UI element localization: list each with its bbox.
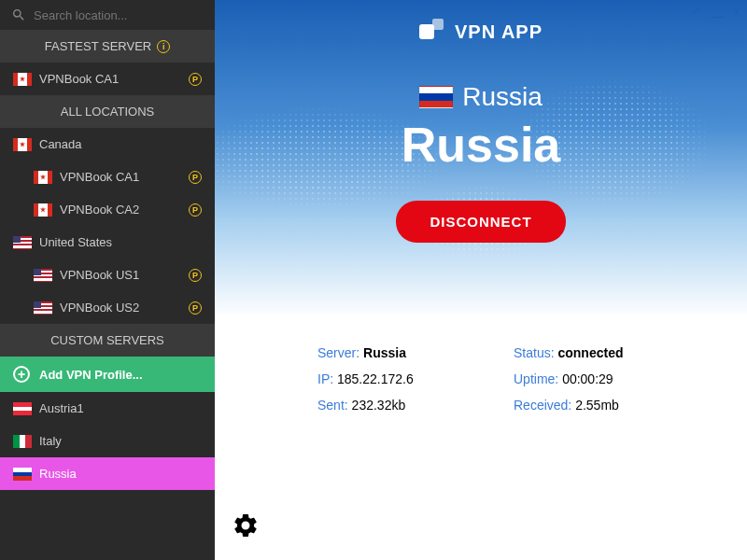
stat-server: Server: Russia (317, 345, 476, 360)
flag-ru-icon (13, 468, 32, 481)
window-controls: ⤢ __ x (691, 4, 740, 18)
settings-button[interactable] (232, 511, 260, 543)
p-badge-icon: P (189, 301, 202, 315)
server-label: Austria1 (39, 401, 84, 415)
location-us[interactable]: United States (0, 226, 215, 259)
stat-ip: IP: 185.22.172.6 (317, 371, 476, 386)
server-label: VPNBook CA1 (60, 170, 139, 184)
p-badge-icon: P (189, 269, 202, 282)
server-label: VPNBook CA2 (60, 203, 139, 217)
section-label: ALL LOCATIONS (61, 105, 154, 119)
sidebar: FASTEST SERVER i VPNBook CA1 P ALL LOCAT… (0, 0, 215, 560)
server-italy[interactable]: Italy (0, 425, 215, 457)
app-name: VPN APP (455, 21, 543, 43)
flag-it-icon (13, 435, 32, 448)
p-badge-icon: P (189, 203, 202, 217)
server-russia[interactable]: Russia (0, 457, 215, 490)
connected-country: Russia (462, 82, 543, 112)
server-ca1[interactable]: VPNBook CA1 P (0, 161, 215, 193)
location-label: Canada (39, 137, 82, 151)
stat-uptime: Uptime: 00:00:29 (514, 371, 672, 386)
flag-ru-icon (419, 86, 453, 108)
location-label: United States (39, 235, 112, 249)
app-window: FASTEST SERVER i VPNBook CA1 P ALL LOCAT… (0, 0, 747, 560)
server-austria[interactable]: Austria1 (0, 392, 215, 425)
stat-received: Received: 2.55mb (514, 398, 672, 413)
logo-icon (419, 19, 445, 45)
add-profile-button[interactable]: + Add VPN Profile... (0, 357, 215, 392)
flag-ca-icon (34, 203, 52, 217)
section-fastest: FASTEST SERVER i (0, 30, 215, 63)
server-label: Italy (39, 434, 62, 448)
server-label: VPNBook US2 (60, 301, 139, 315)
server-label: VPNBook CA1 (39, 72, 119, 86)
connected-country-big: Russia (402, 117, 561, 173)
search-input[interactable] (34, 8, 204, 22)
hero: VPN APP Russia Russia DISCONNECT (215, 0, 747, 317)
plus-icon: + (13, 366, 30, 383)
stats-panel: Server: Russia Status: connected IP: 185… (215, 317, 747, 413)
section-custom: CUSTOM SERVERS (0, 324, 215, 357)
info-icon[interactable]: i (157, 40, 170, 53)
flag-at-icon (13, 402, 32, 415)
flag-ca-icon (13, 73, 32, 86)
close-icon[interactable]: x (734, 4, 740, 18)
server-label: Russia (39, 467, 77, 481)
server-us2[interactable]: VPNBook US2 P (0, 291, 215, 324)
server-fastest[interactable]: VPNBook CA1 P (0, 63, 215, 95)
location-canada[interactable]: Canada (0, 128, 215, 161)
server-ca2[interactable]: VPNBook CA2 P (0, 193, 215, 226)
section-all: ALL LOCATIONS (0, 95, 215, 128)
search-bar[interactable] (0, 0, 215, 30)
stat-status: Status: connected (514, 345, 672, 360)
app-logo: VPN APP (419, 19, 543, 45)
section-label: FASTEST SERVER (45, 39, 151, 53)
server-us1[interactable]: VPNBook US1 P (0, 259, 215, 291)
p-badge-icon: P (189, 171, 202, 184)
flag-ca-icon (13, 138, 32, 151)
gear-icon (232, 511, 260, 539)
main-panel: ⤢ __ x VPN APP Russia Russia DISCONNECT … (215, 0, 747, 560)
flag-us-icon (13, 236, 32, 249)
flag-us-icon (34, 301, 52, 315)
flag-ca-icon (34, 171, 52, 184)
stat-sent: Sent: 232.32kb (317, 398, 476, 413)
server-label: VPNBook US1 (60, 268, 139, 282)
flag-us-icon (34, 269, 52, 282)
search-icon (11, 7, 26, 22)
add-profile-label: Add VPN Profile... (39, 368, 143, 382)
connected-country-row: Russia (419, 82, 543, 112)
restore-icon[interactable]: ⤢ (691, 4, 701, 18)
minimize-icon[interactable]: __ (711, 4, 724, 18)
disconnect-button[interactable]: DISCONNECT (396, 201, 565, 243)
section-label: CUSTOM SERVERS (50, 333, 164, 347)
p-badge-icon: P (189, 73, 202, 86)
